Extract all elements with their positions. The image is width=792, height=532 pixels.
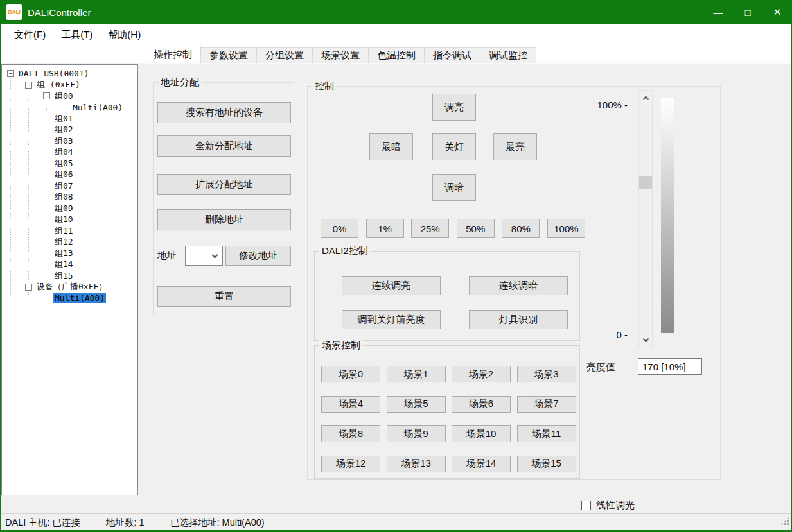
tab[interactable]: 调试监控 [480,47,536,63]
scrollbar-thumb[interactable] [639,176,652,189]
tab[interactable]: 场景设置 [312,47,369,63]
tree-item[interactable]: − 组14 [2,259,137,271]
tree-item[interactable]: − 组 (0xFF) [2,80,137,91]
close-button[interactable]: ✕ [762,0,792,24]
address-assignment-group: 地址分配 搜索有地址的设备 全新分配地址 扩展分配地址 删除地址 地址 修改地址… [153,82,294,316]
maximize-button[interactable]: □ [733,0,762,24]
scene-button[interactable]: 场景10 [452,425,511,442]
address-label: 地址 [157,250,177,262]
control-group: 控制 调亮 最暗 关灯 最亮 调暗 0%1%25%50%80%100% DALI… [307,86,721,480]
percent-button[interactable]: 50% [457,219,495,238]
status-selected-address: 已选择地址: Multi(A00) [170,517,265,529]
dim-button[interactable]: 调暗 [432,174,476,201]
tab[interactable]: 参数设置 [200,47,257,63]
address-select[interactable] [185,246,223,266]
extend-assign-addresses-button[interactable]: 扩展分配地址 [157,174,291,195]
scroll-up-icon[interactable] [639,91,652,104]
menu-item[interactable]: 帮助(H) [100,24,148,46]
percent-button[interactable]: 0% [321,219,358,238]
menu-item[interactable]: 工具(T) [53,24,100,46]
tab[interactable]: 分组设置 [256,47,313,63]
tree-indent [7,292,43,305]
tree-item[interactable]: − 组02 [2,124,137,136]
tree-item[interactable]: − 组09 [2,203,137,214]
tree-item[interactable]: − 组08 [2,192,137,203]
tree-item-label: 组07 [53,180,75,192]
scene-button[interactable]: 场景9 [387,425,446,442]
scene-button[interactable]: 场景13 [387,456,446,472]
scene-button[interactable]: 场景8 [321,425,380,442]
scene-button[interactable]: 场景5 [387,396,446,413]
scene-button[interactable]: 场景3 [517,366,576,382]
min-brightness-button[interactable]: 最暗 [369,133,413,160]
scene-button[interactable]: 场景12 [321,456,380,472]
linear-dimming-checkbox[interactable] [581,501,591,510]
tab[interactable]: 操作控制 [145,46,201,63]
scene-button[interactable]: 场景0 [321,366,380,382]
tree-item-label: 设备（广播0xFF） [35,281,108,293]
tree-item[interactable]: − 组07 [2,180,137,192]
address-group-title: 地址分配 [158,76,202,89]
tree-item[interactable]: − 组13 [2,248,137,259]
delete-address-button[interactable]: 删除地址 [157,209,291,230]
statusbar: DALI 主机: 已连接 地址数: 1 已选择地址: Multi(A00) [0,513,792,530]
status-address-count: 地址数: 1 [106,517,145,529]
scroll-down-icon[interactable] [639,334,652,347]
percent-button[interactable]: 100% [547,219,585,238]
brightness-value-label: 亮度值 [586,361,615,373]
scene-button[interactable]: 场景11 [517,425,576,442]
scene-button[interactable]: 场景2 [452,366,511,382]
percent-button[interactable]: 1% [366,219,404,238]
tree-item[interactable]: − 组11 [2,225,137,237]
dali2-group-title: DALI2控制 [319,245,371,257]
percent-button[interactable]: 80% [502,219,540,238]
tab[interactable]: 指令调试 [424,47,480,63]
menu-item[interactable]: 文件(F) [6,24,53,46]
tab[interactable]: 色温控制 [368,47,425,63]
reset-button[interactable]: 重置 [157,286,291,307]
scene-button[interactable]: 场景14 [452,456,511,472]
brighten-button[interactable]: 调亮 [432,94,476,121]
brightness-scrollbar[interactable] [638,90,653,347]
modify-address-button[interactable]: 修改地址 [225,246,291,266]
app-window: DALI DALIController — □ ✕ 文件(F)工具(T)帮助(H… [0,0,792,532]
scene-button[interactable]: 场景4 [321,396,380,413]
tree-item-label: 组01 [53,113,75,124]
collapse-icon[interactable]: − [25,82,32,89]
collapse-icon[interactable]: − [25,284,32,291]
tree-item[interactable]: − 设备（广播0xFF） [2,282,137,293]
linear-dimming-label: 线性调光 [596,499,635,511]
brightness-value-field[interactable] [638,358,702,375]
collapse-icon[interactable]: − [43,92,50,99]
tree-item[interactable]: − 组04 [2,147,137,159]
tree-item[interactable]: − 组03 [2,135,137,147]
tree-item[interactable]: − 组06 [2,169,137,181]
continuous-dim-button[interactable]: 连续调暗 [469,276,568,295]
minimize-button[interactable]: — [703,0,733,24]
scene-button[interactable]: 场景1 [387,366,446,382]
window-controls: — □ ✕ [703,0,792,24]
dali2-control-group: DALI2控制 连续调亮 连续调暗 调到关灯前亮度 灯具识别 [314,251,580,341]
scene-button[interactable]: 场景6 [452,396,511,413]
assign-new-addresses-button[interactable]: 全新分配地址 [157,135,291,157]
continuous-brighten-button[interactable]: 连续调亮 [342,276,441,295]
tree-item[interactable]: − 组00 [2,90,137,102]
tree-item[interactable]: − 组10 [2,214,137,226]
goto-last-level-button[interactable]: 调到关灯前亮度 [342,310,441,329]
luminaire-identify-button[interactable]: 灯具识别 [469,310,568,329]
tree-item[interactable]: − 组05 [2,158,137,169]
collapse-icon[interactable]: − [7,70,14,77]
scene-button[interactable]: 场景7 [517,396,576,413]
tree-item[interactable]: − 组01 [2,113,137,124]
tree-item[interactable]: − DALI USB(0001) [2,68,137,80]
tree-item[interactable]: − Multi(A00) [2,102,137,114]
tree-item[interactable]: − 组12 [2,237,137,248]
light-off-button[interactable]: 关灯 [432,133,476,160]
tree-item[interactable]: − Multi(A00) [2,293,137,304]
percent-button[interactable]: 25% [411,219,449,238]
tree-item[interactable]: − 组15 [2,270,137,282]
search-addressed-devices-button[interactable]: 搜索有地址的设备 [157,102,291,123]
resize-grip-icon[interactable] [780,517,789,526]
scene-button[interactable]: 场景15 [517,456,576,472]
max-brightness-button[interactable]: 最亮 [493,133,537,160]
